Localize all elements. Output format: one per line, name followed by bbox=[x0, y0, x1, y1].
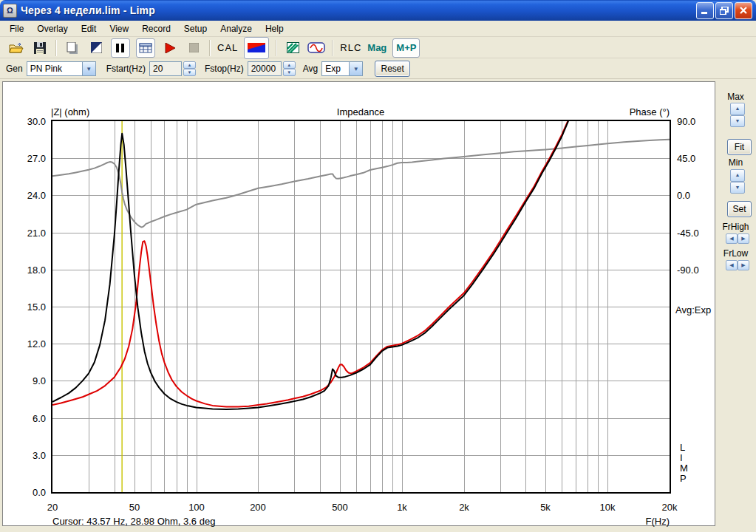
y-right-tick: -45.0 bbox=[677, 228, 714, 239]
menu-item-file[interactable]: File bbox=[3, 22, 30, 35]
frhigh-stepper[interactable]: ◀ ▶ bbox=[726, 233, 749, 244]
right-arrow-icon[interactable]: ▶ bbox=[738, 233, 749, 244]
up-arrow-icon[interactable]: ▲ bbox=[183, 61, 196, 69]
record-start-button[interactable] bbox=[161, 39, 179, 57]
fstop-input[interactable]: 20000 bbox=[248, 61, 282, 76]
fit-button[interactable]: Fit bbox=[727, 139, 752, 155]
min-label: Min bbox=[715, 157, 756, 168]
toolbar: CAL RLC Mag M+P bbox=[0, 38, 756, 58]
menu-item-setup[interactable]: Setup bbox=[177, 22, 214, 35]
save-button[interactable] bbox=[31, 39, 49, 57]
menu-item-view[interactable]: View bbox=[103, 22, 135, 35]
generator-select[interactable]: PN Pink ▼ bbox=[27, 61, 96, 76]
bw-diagonal-icon bbox=[91, 42, 102, 53]
cal-label: CAL bbox=[217, 42, 238, 53]
menu-item-overlay[interactable]: Overlay bbox=[30, 22, 74, 35]
menu-item-help[interactable]: Help bbox=[259, 22, 290, 35]
impedance-chart[interactable] bbox=[52, 121, 670, 492]
toolbar-separator bbox=[55, 40, 57, 56]
document-icon bbox=[67, 42, 78, 54]
save-floppy-icon bbox=[34, 42, 46, 54]
avg-value: Exp bbox=[322, 64, 349, 74]
menu-item-record[interactable]: Record bbox=[135, 22, 177, 35]
y-left-tick: 12.0 bbox=[3, 338, 46, 349]
down-arrow-icon[interactable]: ▼ bbox=[730, 182, 745, 194]
close-button[interactable] bbox=[735, 2, 752, 19]
averaging-note: Avg:Exp bbox=[675, 304, 711, 316]
x-tick: 200 bbox=[234, 502, 282, 513]
x-axis-title: F(Hz) bbox=[596, 516, 670, 527]
up-arrow-icon[interactable]: ▲ bbox=[283, 61, 296, 69]
red-blue-diagonal-icon bbox=[248, 43, 265, 52]
down-arrow-icon[interactable]: ▼ bbox=[183, 69, 196, 76]
record-stop-button[interactable] bbox=[185, 39, 202, 57]
restore-button[interactable] bbox=[715, 2, 733, 19]
signal-generator-button[interactable] bbox=[307, 39, 325, 57]
y-right-tick: 45.0 bbox=[677, 153, 714, 164]
frlow-label: FrLow bbox=[715, 248, 756, 259]
bw-mode-button[interactable] bbox=[87, 39, 105, 57]
min-stepper[interactable]: ▲ ▼ bbox=[730, 169, 745, 194]
impedance-current-curve bbox=[52, 121, 571, 409]
chart-gridlines bbox=[52, 121, 670, 492]
measurement-controls: Gen PN Pink ▼ Fstart(Hz) 20 ▲ ▼ Fstop(Hz… bbox=[0, 59, 756, 79]
toolbar-separator bbox=[332, 40, 333, 56]
reset-button[interactable]: Reset bbox=[375, 61, 410, 77]
fstart-stepper[interactable]: ▲ ▼ bbox=[183, 61, 196, 76]
x-tick: 1k bbox=[378, 502, 426, 513]
max-stepper[interactable]: ▲ ▼ bbox=[730, 103, 745, 127]
x-tick: 50 bbox=[111, 502, 158, 513]
max-label: Max bbox=[715, 92, 756, 102]
x-tick: 500 bbox=[316, 502, 364, 513]
down-arrow-icon[interactable]: ▼ bbox=[730, 115, 745, 128]
table-view-button[interactable] bbox=[136, 38, 155, 58]
plot-area[interactable] bbox=[51, 120, 671, 494]
y-left-axis-title: |Z| (ohm) bbox=[51, 106, 89, 117]
impedance-overlay-curve bbox=[52, 121, 571, 407]
green-diagonal-icon bbox=[287, 42, 299, 53]
right-arrow-icon[interactable]: ▶ bbox=[738, 260, 749, 270]
minimize-button[interactable] bbox=[696, 2, 714, 19]
overlay-color-button[interactable] bbox=[244, 37, 269, 59]
left-arrow-icon[interactable]: ◀ bbox=[726, 260, 738, 270]
spectrum-button[interactable] bbox=[284, 39, 302, 57]
up-arrow-icon[interactable]: ▲ bbox=[730, 169, 745, 182]
chart-title: Impedance bbox=[287, 106, 435, 117]
pause-button[interactable] bbox=[111, 38, 130, 58]
y-right-axis-title: Phase (°) bbox=[522, 106, 670, 117]
restore-icon bbox=[720, 7, 729, 15]
y-right-tick: -90.0 bbox=[677, 265, 714, 276]
calibrate-button[interactable]: CAL bbox=[217, 39, 238, 57]
x-tick: 2k bbox=[440, 502, 488, 513]
open-file-button[interactable] bbox=[7, 39, 25, 57]
chevron-down-icon[interactable]: ▼ bbox=[82, 62, 95, 75]
down-arrow-icon[interactable]: ▼ bbox=[283, 69, 296, 76]
mp-label: M+P bbox=[396, 42, 416, 53]
frlow-stepper[interactable]: ◀ ▶ bbox=[726, 260, 749, 270]
y-left-tick: 0.0 bbox=[3, 487, 46, 498]
sine-wave-icon bbox=[307, 42, 325, 53]
table-grid-icon bbox=[139, 43, 152, 53]
up-arrow-icon[interactable]: ▲ bbox=[730, 103, 745, 115]
y-left-tick: 3.0 bbox=[3, 450, 46, 461]
set-button[interactable]: Set bbox=[727, 201, 752, 217]
left-arrow-icon[interactable]: ◀ bbox=[726, 233, 738, 244]
fstart-input[interactable]: 20 bbox=[149, 61, 182, 76]
open-folder-icon bbox=[9, 42, 24, 54]
menu-item-analyze[interactable]: Analyze bbox=[214, 22, 259, 35]
fstop-stepper[interactable]: ▲ ▼ bbox=[283, 61, 296, 76]
rlc-button[interactable]: RLC bbox=[340, 39, 361, 57]
magnitude-view-button[interactable]: Mag bbox=[367, 39, 386, 57]
avg-select[interactable]: Exp ▼ bbox=[321, 61, 363, 76]
y-left-tick: 27.0 bbox=[3, 153, 46, 164]
chevron-down-icon[interactable]: ▼ bbox=[349, 62, 362, 75]
menu-item-edit[interactable]: Edit bbox=[75, 22, 103, 35]
y-left-tick: 9.0 bbox=[3, 375, 46, 386]
x-tick: 20k bbox=[646, 502, 693, 513]
limp-watermark: L I M P bbox=[680, 443, 688, 484]
mag-phase-view-button[interactable]: M+P bbox=[392, 38, 420, 58]
avg-label: Avg bbox=[303, 64, 318, 74]
gen-label: Gen bbox=[6, 64, 23, 74]
copy-button[interactable] bbox=[64, 39, 81, 57]
frhigh-label: FrHigh bbox=[715, 222, 756, 232]
